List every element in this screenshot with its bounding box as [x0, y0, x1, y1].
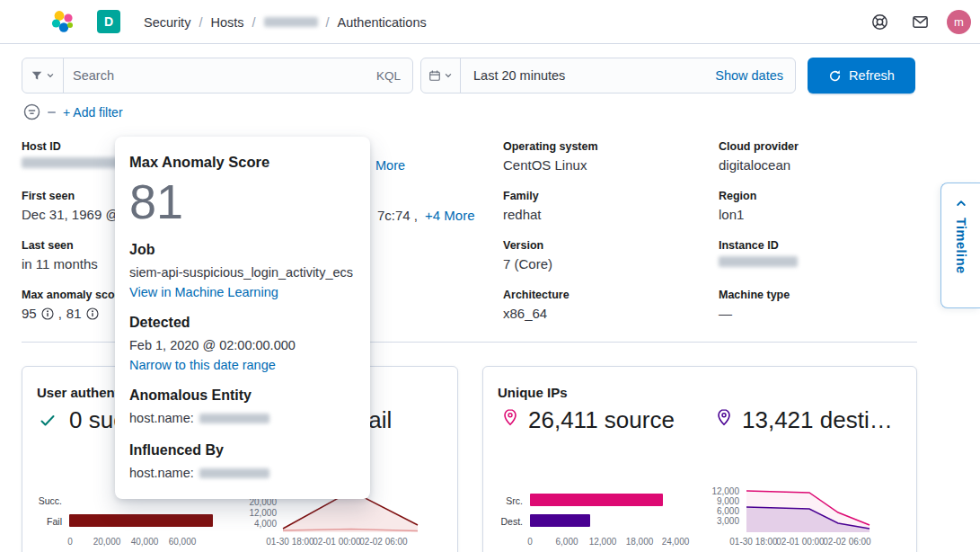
date-picker: Last 20 minutes Show dates [420, 58, 796, 93]
axis-tick: 9,000 [709, 496, 739, 506]
kibana-security-app: D Security / Hosts / / Authentications [0, 0, 980, 552]
breadcrumb-hostname-redacted[interactable] [264, 17, 318, 27]
ips-line-chart [745, 484, 871, 534]
bar-row-label: Dest. [489, 516, 523, 527]
family-value: redhat [503, 207, 701, 222]
search-input[interactable] [64, 68, 365, 83]
host-id-more-link[interactable]: More [375, 158, 405, 173]
axis-tick: 01-30 18:00 [266, 537, 313, 547]
filter-bar: + Add filter [23, 103, 123, 120]
region-value: lon1 [719, 207, 916, 222]
field-family: Family redhat [503, 190, 701, 222]
architecture-value: x86_64 [503, 306, 701, 321]
auth-fail-bar [69, 514, 213, 527]
header-actions: m [866, 0, 971, 44]
ips-panel-title: Unique IPs [498, 385, 568, 400]
kql-language-button[interactable]: KQL [365, 69, 412, 83]
source-stat: 26,411 source [528, 406, 675, 434]
anomalous-entity-value: host.name: [129, 409, 356, 428]
field-architecture: Architecture x86_64 [503, 289, 701, 321]
axis-tick: 01-30 18:00 [729, 537, 777, 547]
popover-score: 81 [129, 175, 356, 227]
deployment-badge: D [97, 10, 120, 33]
axis-tick: 18,000 [626, 537, 654, 547]
anomalous-entity-heading: Anomalous Entity [129, 387, 356, 404]
field-instance-id: Instance ID [719, 239, 916, 267]
os-value: CentOS Linux [503, 157, 701, 173]
saved-query-menu-button[interactable] [22, 58, 64, 93]
axis-tick: 20,000 [93, 537, 121, 547]
success-check-icon [39, 412, 57, 430]
refresh-label: Refresh [849, 68, 895, 83]
region-label: Region [719, 190, 916, 202]
instance-id-redacted-value [719, 256, 798, 267]
cloud-provider-value: digitalocean [719, 157, 916, 173]
info-icon[interactable] [41, 307, 54, 320]
source-pin-icon [501, 408, 519, 426]
axis-tick: 40,000 [131, 537, 159, 547]
field-machine-type: Machine type — [719, 289, 916, 321]
axis-tick: 02-02 06:00 [359, 537, 407, 547]
family-label: Family [503, 190, 701, 202]
anomaly-score-81: 81 [66, 306, 82, 321]
influenced-by-field: host.name: [129, 464, 194, 483]
breadcrumb-separator: / [199, 15, 202, 30]
chevron-up-icon [955, 197, 967, 209]
job-name: siem-api-suspicious_login_activity_ecs [129, 263, 356, 282]
bar-row-label: Src. [489, 495, 523, 506]
narrow-date-range-link[interactable]: Narrow to this date range [129, 358, 276, 372]
anomaly-score-95: 95 [22, 306, 37, 321]
axis-tick: 12,000 [589, 537, 617, 547]
breadcrumb-separator: / [252, 15, 256, 30]
source-bar [530, 494, 663, 506]
job-heading: Job [129, 242, 356, 258]
cloud-provider-label: Cloud provider [719, 140, 916, 153]
filter-icon [31, 69, 43, 82]
time-range-value[interactable]: Last 20 minutes [461, 68, 703, 83]
field-cloud-provider: Cloud provider digitalocean [719, 140, 916, 173]
axis-tick: 6,000 [709, 506, 739, 516]
os-label: Operating system [503, 140, 701, 153]
calendar-menu-button[interactable] [421, 58, 461, 93]
elastic-logo-icon[interactable] [50, 9, 75, 38]
filter-options-icon[interactable] [23, 103, 40, 120]
machine-type-value: — [719, 306, 916, 321]
machine-type-label: Machine type [719, 289, 916, 301]
caret-down-icon [444, 71, 453, 80]
timeline-label: Timeline [954, 218, 968, 274]
axis-tick: 02-01 00:00 [776, 537, 824, 547]
timeline-toggle-button[interactable]: Timeline [940, 183, 980, 308]
add-filter-button[interactable]: + Add filter [63, 105, 123, 120]
info-icon[interactable] [86, 307, 99, 320]
user-avatar[interactable]: m [947, 10, 971, 34]
help-icon[interactable] [866, 8, 894, 36]
unique-ips-panel: Unique IPs 26,411 source 13,421 destinat… [482, 366, 917, 552]
field-version: Version 7 (Core) [503, 239, 701, 272]
axis-tick: 6,000 [555, 537, 578, 547]
breadcrumb-security[interactable]: Security [144, 15, 190, 30]
filter-dash-icon [48, 111, 56, 113]
breadcrumb-hosts[interactable]: Hosts [210, 15, 243, 30]
anomalous-entity-redacted [199, 414, 269, 423]
menu-icon[interactable] [11, 11, 22, 22]
mac-more-link[interactable]: +4 More [425, 208, 474, 223]
axis-tick: 4,000 [246, 519, 277, 529]
detected-heading: Detected [129, 315, 356, 331]
axis-tick: 12,000 [709, 486, 739, 496]
destination-stat: 13,421 destinations [742, 406, 896, 434]
breadcrumb-authentications: Authentications [338, 15, 427, 30]
caret-down-icon [46, 71, 55, 80]
newsfeed-mail-icon[interactable] [906, 8, 934, 36]
app-header: D Security / Hosts / / Authentications [0, 0, 980, 44]
show-dates-button[interactable]: Show dates [703, 68, 795, 83]
axis-tick: 12,000 [246, 508, 277, 518]
version-label: Version [503, 239, 701, 252]
refresh-button[interactable]: Refresh [808, 58, 915, 93]
field-region: Region lon1 [719, 190, 916, 222]
axis-tick: 60,000 [169, 537, 197, 547]
instance-id-label: Instance ID [719, 239, 916, 252]
axis-tick: 24,000 [662, 537, 690, 547]
influenced-by-redacted [199, 468, 269, 478]
detected-value: Feb 1, 2020 @ 02:00:00.000 [129, 336, 356, 355]
view-in-ml-link[interactable]: View in Machine Learning [129, 285, 278, 299]
